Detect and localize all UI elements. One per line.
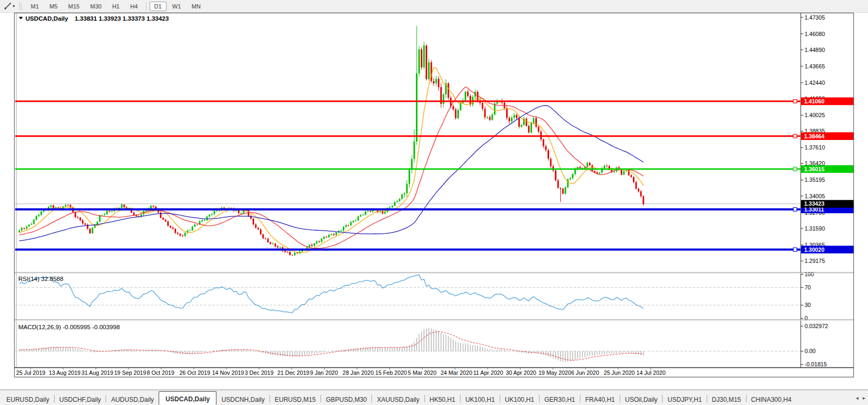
tab-scroll-right-button[interactable]: ▸ (863, 395, 865, 401)
level-price-label: 1.36015 (804, 166, 824, 172)
date-tick: 30 Apr 2020 (506, 369, 536, 376)
timeframe-m5-button[interactable]: M5 (45, 2, 62, 11)
date-tick: 6 Jun 2020 (571, 369, 599, 376)
rsi-tick: 30 (804, 302, 811, 308)
timeframe-w1-button[interactable]: W1 (168, 2, 186, 11)
price-tick: 1.47305 (804, 14, 824, 21)
date-tick: 26 Oct 2019 (179, 369, 210, 376)
tab-scroll-arrows: ◂▸ (856, 395, 865, 401)
rsi-tick: 70 (804, 284, 811, 290)
price-tick: 1.29175 (804, 258, 824, 264)
date-tick: 15 Feb 2020 (375, 369, 407, 376)
chart-tab-fra40-h1[interactable]: FRA40,H1 (580, 392, 620, 405)
date-tick: 14 Nov 2019 (212, 369, 244, 376)
chart-tab-china300-h4[interactable]: CHINA300,H4 (747, 392, 796, 405)
chart-tab-audusd-daily[interactable]: AUDUSD,Daily (106, 392, 159, 405)
level-anchor-marker[interactable] (793, 208, 797, 212)
timeframe-mn-button[interactable]: MN (187, 2, 205, 11)
timeframe-h4-button[interactable]: H4 (125, 2, 142, 11)
price-tick: 1.37610 (804, 144, 824, 151)
chart-window: USDCAD,Daily 1.33831 1.33923 1.33373 1.3… (0, 13, 868, 390)
drawing-tool-button[interactable]: ▾ (2, 2, 16, 11)
date-tick: 21 Dec 2019 (277, 369, 309, 376)
date-tick: 25 Jul 2019 (16, 369, 46, 376)
tab-scroll-left-button[interactable]: ◂ (856, 395, 858, 401)
level-price-label: 1.30020 (804, 246, 824, 253)
top-toolbar: ▾ M1M5M15M30H1H4D1W1MN (0, 0, 868, 13)
price-tick: 1.43665 (804, 63, 824, 69)
chart-tab-dj30-m15[interactable]: DJ30,M15 (707, 392, 746, 405)
price-tick: 1.40025 (804, 112, 824, 118)
chart-tab-gbpusd-m30[interactable]: GBPUSD,M30 (321, 392, 371, 405)
chart-tab-ger30-h1[interactable]: GER30,H1 (540, 392, 580, 405)
price-tick: 1.31590 (804, 225, 824, 232)
rsi-tick: 100 (804, 271, 814, 277)
macd-label: MACD(12,26,9) -0.005995 -0.003998 (18, 323, 119, 330)
toolbar-grip-handle[interactable] (19, 3, 22, 10)
date-tick: 24 Mar 2020 (440, 369, 472, 376)
date-tick: 5 Mar 2020 (408, 369, 437, 376)
level-price-label: 1.38464 (804, 133, 824, 139)
date-tick: 14 Jul 2020 (637, 369, 666, 376)
chart-title-symbol: USDCAD,Daily (25, 15, 68, 22)
chart-tab-usdcnh-daily[interactable]: USDCNH,Daily (216, 392, 269, 405)
chart-tab-hk50-h1[interactable]: HK50,H1 (425, 392, 461, 405)
timeframe-m30-button[interactable]: M30 (85, 2, 106, 11)
chart-tab-xauusd-daily[interactable]: XAUUSD,Daily (372, 392, 424, 405)
trendline-tool-icon (4, 2, 12, 10)
date-tick: 19 May 2020 (539, 369, 571, 376)
price-tick: 1.46080 (804, 31, 824, 37)
level-price-label: 1.41060 (804, 98, 824, 104)
level-anchor-marker[interactable] (793, 248, 797, 251)
price-tick: 1.42440 (804, 80, 824, 86)
date-tick: 9 Jan 2020 (310, 369, 338, 376)
level-anchor-marker[interactable] (793, 134, 797, 138)
date-tick: 8 Oct 2019 (147, 369, 175, 376)
timeframe-button-row: M1M5M15M30H1H4D1W1MN (25, 2, 206, 11)
date-tick: 3 Dec 2019 (245, 369, 273, 376)
level-anchor-marker[interactable] (793, 100, 797, 103)
price-tick: 1.35195 (804, 177, 824, 183)
date-tick: 11 Apr 2020 (473, 369, 504, 376)
date-tick: 13 Aug 2019 (49, 369, 81, 376)
macd-tick: 0.00 (804, 348, 815, 354)
macd-tick: -0.01815 (804, 361, 827, 367)
toolbar-separator (146, 2, 146, 11)
level-anchor-marker[interactable] (793, 167, 797, 171)
date-tick: 25 Jun 2020 (604, 369, 635, 376)
symbol-tab-bar: EURUSD,DailyUSDCHF,DailyAUDUSD,DailyUSDC… (0, 390, 868, 405)
timeframe-m1-button[interactable]: M1 (26, 2, 44, 11)
timeframe-m15-button[interactable]: M15 (64, 2, 84, 11)
chevron-down-icon: ▾ (13, 4, 15, 8)
chart-tab-usdcad-daily[interactable]: USDCAD,Daily (159, 391, 216, 405)
chart-tab-uk100-h1[interactable]: UK100,H1 (461, 392, 499, 405)
timeframe-d1-button[interactable]: D1 (150, 2, 167, 11)
price-chart[interactable]: USDCAD,Daily 1.33831 1.33923 1.33373 1.3… (0, 13, 868, 390)
rsi-label: RSI(14) 32.8588 (18, 275, 63, 282)
timeframe-h1-button[interactable]: H1 (107, 2, 124, 11)
chart-tab-usdchf-daily[interactable]: USDCHF,Daily (55, 392, 106, 405)
date-tick: 19 Sep 2019 (114, 369, 146, 376)
chart-tab-usdjpy-h1[interactable]: USDJPY,H1 (663, 392, 706, 405)
chart-tab-eurusd-m15[interactable]: EURUSD,M15 (270, 392, 320, 405)
date-tick: 31 Aug 2019 (82, 369, 114, 376)
date-tick: 28 Jan 2020 (343, 369, 374, 376)
current-price-label: 1.33423 (804, 200, 824, 207)
price-tick: 1.34005 (804, 193, 824, 199)
chart-tab-eurusd-daily[interactable]: EURUSD,Daily (2, 392, 54, 405)
chart-title-ohlc: 1.33831 1.33923 1.33373 1.33423 (75, 15, 169, 22)
chart-tab-uk100-h1[interactable]: UK100,H1 (500, 392, 539, 405)
price-tick: 1.44890 (804, 47, 824, 53)
chart-tab-usoil-daily[interactable]: USOil,Daily (620, 392, 662, 405)
macd-tick: 0.032972 (804, 323, 828, 329)
